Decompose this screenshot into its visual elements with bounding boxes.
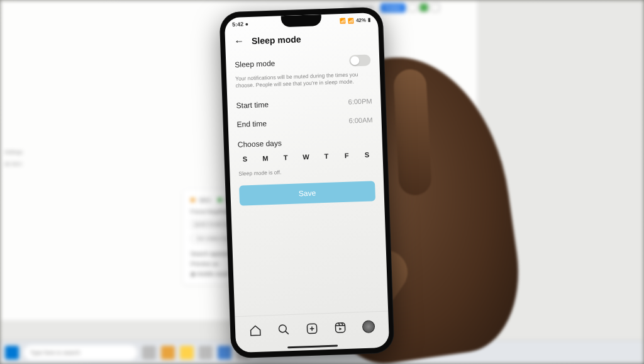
day-wednesday[interactable]: W (301, 153, 310, 161)
sidebar-seo-label: All SEO (4, 161, 53, 167)
radio-mobile[interactable]: ◉ (191, 271, 197, 277)
sleep-mode-toggle-label: Sleep mode (235, 59, 275, 69)
back-arrow-icon[interactable]: ← (234, 36, 245, 47)
preview-as-label: Preview as: (191, 261, 220, 267)
end-time-label: End time (236, 119, 267, 129)
finger (393, 69, 432, 196)
status-time: 5:42 ● (232, 21, 248, 28)
phone-notch (281, 14, 322, 27)
taskbar-app-icon[interactable] (161, 346, 175, 360)
sleep-mode-description: Your notifications will be muted during … (235, 71, 372, 89)
battery-icon: ▮ (368, 17, 370, 23)
day-friday[interactable]: F (342, 151, 351, 159)
create-icon[interactable] (306, 322, 319, 335)
profile-avatar[interactable] (362, 320, 375, 333)
phone-frame: 5:42 ● 📶 📶 42% ▮ ← Sleep mode Sleep mode… (219, 7, 394, 359)
taskbar-app-icon[interactable] (142, 346, 156, 360)
status-icons: 📶 📶 42% ▮ (340, 17, 370, 24)
content-area: Sleep mode Your notifications will be mu… (226, 49, 388, 316)
day-tuesday[interactable]: T (281, 154, 290, 161)
sleep-mode-status: Sleep mode is off. (238, 166, 374, 177)
avatar-icon (362, 320, 375, 333)
taskbar-app-icon[interactable] (218, 346, 231, 360)
end-time-row: End time 6:00AM (236, 110, 373, 134)
wifi-icon: 📶 (348, 18, 354, 23)
yoast-square-icon[interactable] (419, 3, 428, 12)
signal-icon: 📶 (340, 18, 346, 23)
svg-line-1 (286, 331, 289, 334)
options-square-icon[interactable] (431, 3, 440, 12)
taskbar-search[interactable]: Type here to search (24, 345, 137, 360)
save-button[interactable]: Save (239, 181, 375, 206)
dot-green-icon (218, 198, 222, 202)
search-icon[interactable] (277, 323, 291, 336)
svg-rect-5 (335, 322, 345, 333)
end-time-value[interactable]: 6:00AM (348, 116, 372, 124)
day-monday[interactable]: M (261, 154, 270, 162)
tab-seo[interactable]: SEO (199, 197, 211, 203)
windows-start-icon[interactable] (5, 346, 19, 360)
choose-days-label: Choose days (238, 135, 374, 149)
days-row: S M T W T F S (238, 149, 374, 168)
start-time-value[interactable]: 6:00PM (348, 97, 372, 105)
settings-square-icon[interactable] (408, 3, 417, 12)
monitor-left-sidebar: Settings All SEO (1, 145, 57, 171)
start-time-label: Start time (236, 100, 269, 110)
dot-orange-icon (191, 198, 195, 202)
page-title: Sleep mode (252, 34, 301, 46)
day-thursday[interactable]: T (322, 152, 331, 160)
radio-mobile-label: Mobile result (197, 271, 230, 277)
reels-icon[interactable] (333, 321, 347, 334)
battery-text: 42% (356, 17, 366, 23)
taskbar-app-icon[interactable] (180, 346, 194, 360)
home-icon[interactable] (249, 324, 262, 337)
day-saturday[interactable]: S (362, 151, 371, 158)
sidebar-settings-label: Settings (4, 149, 53, 155)
taskbar-app-icon[interactable] (199, 346, 213, 360)
svg-line-6 (335, 325, 345, 326)
publish-button[interactable]: Publish (380, 3, 406, 13)
sleep-mode-toggle[interactable] (349, 54, 371, 66)
phone-screen: 5:42 ● 📶 📶 42% ▮ ← Sleep mode Sleep mode… (225, 13, 389, 353)
day-sunday[interactable]: S (240, 155, 249, 162)
